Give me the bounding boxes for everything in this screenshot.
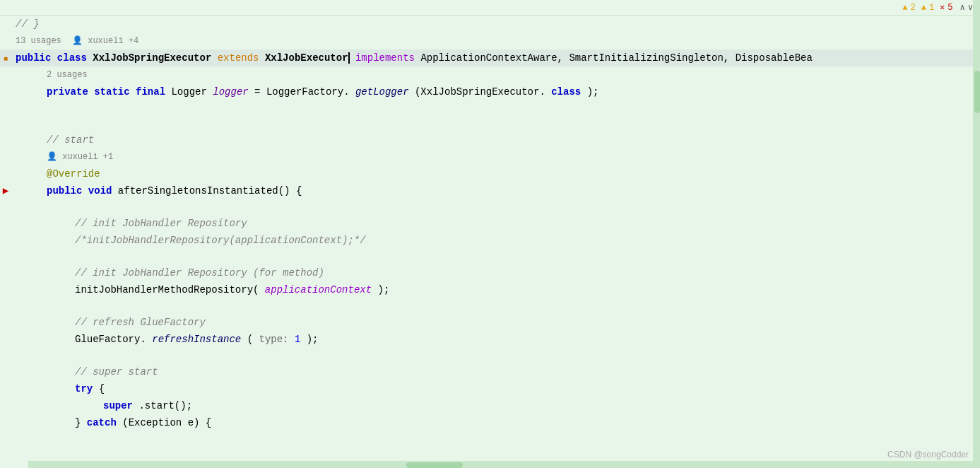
gutter-icon-bookmark: ■: [0, 55, 11, 63]
code-token: (: [247, 334, 259, 345]
code-token: GlueFactory.: [75, 334, 146, 345]
code-token: @Override: [47, 168, 100, 180]
line-content-meta2: 2 usages: [11, 67, 980, 83]
code-line-meta-xuxueli: 👤 xuxueli +1: [0, 148, 980, 165]
code-token: Executor: [300, 52, 349, 64]
gutter-icon-run[interactable]: ▶: [0, 185, 11, 197]
editor-container: ▲ 2 ▲ 1 ✕ 5 ∧ ∨ // } 13 usages 👤 xuxueli…: [0, 0, 980, 468]
line-content-class: public class XxlJobSpringExecutor extend…: [11, 50, 980, 66]
code-line-super-start: super .start();: [0, 397, 980, 414]
code-token: XxlJob: [265, 52, 300, 64]
warning-icon: ▲: [902, 3, 907, 13]
author-hint: 👤 xuxueli +4: [72, 36, 138, 46]
error-icon: ▲: [921, 3, 926, 13]
watermark-text: CSDN @songCodder: [887, 450, 969, 460]
code-token: /*initJobHandlerRepository(applicationCo…: [75, 235, 366, 246]
code-line-empty-6: [0, 348, 980, 363]
code-line-empty-1: [0, 100, 980, 116]
code-token: );: [307, 334, 319, 345]
code-line-glue-factory: GlueFactory. refreshInstance ( type: 1 )…: [0, 331, 980, 348]
code-line-empty-2: [0, 116, 980, 131]
code-token: implements: [355, 52, 415, 64]
code-line-init-method: initJobHandlerMethodRepository( applicat…: [0, 281, 980, 298]
watermark: CSDN @songCodder: [887, 450, 969, 460]
code-token: super: [103, 400, 133, 411]
code-token: refreshInstance: [152, 334, 241, 345]
code-line-empty-3: [0, 199, 980, 215]
code-line-comment-glue: // refresh GlueFactory: [0, 314, 980, 331]
line-content-method: public void afterSingletonsInstantiated(…: [11, 183, 980, 199]
run-icon[interactable]: ▶: [3, 185, 8, 197]
line-content-logger: private static final Logger logger = Log…: [11, 84, 980, 100]
info-count: 5: [947, 3, 952, 13]
code-token: // init JobHandler Repository (for metho…: [75, 267, 324, 279]
info-icon: ✕: [940, 2, 945, 13]
code-token: applicationContext: [265, 284, 372, 296]
line-content-glue: GlueFactory. refreshInstance ( type: 1 )…: [11, 332, 980, 347]
code-line-meta-usages: 13 usages 👤 xuxueli +4: [0, 33, 980, 49]
code-line-empty-5: [0, 298, 980, 314]
code-line-logger: private static final Logger logger = Log…: [0, 83, 980, 100]
line-content-super-comment: // super start: [11, 364, 980, 380]
code-line-class-def: ■ public class XxlJobSpringExecutor exte…: [0, 49, 980, 66]
line-content-1: // }: [11, 16, 980, 32]
line-content-comment-init: // init JobHandler Repository: [11, 216, 980, 231]
code-token: class: [57, 52, 87, 64]
code-token: try: [75, 383, 93, 394]
code-token: ApplicationContextAware, SmartInitializi…: [420, 52, 813, 64]
line-content-try: try {: [11, 381, 980, 397]
line-content-comment-method: // init JobHandler Repository (for metho…: [11, 265, 980, 281]
warning-count: 2: [910, 3, 915, 13]
line-content-override: @Override: [11, 166, 980, 182]
code-token: // start: [47, 134, 94, 146]
scrollbar-thumb-h[interactable]: [406, 462, 463, 468]
bookmark-icon: ■: [4, 55, 8, 63]
code-token: type:: [259, 334, 288, 345]
code-line-comment-super: // super start: [0, 363, 980, 380]
code-token: private: [47, 86, 88, 98]
code-token: 1: [295, 334, 300, 345]
code-area: // } 13 usages 👤 xuxueli +4 ■ public cla…: [0, 16, 980, 468]
code-line-empty-4: [0, 249, 980, 264]
line-content-init-method: initJobHandlerMethodRepository( applicat…: [11, 282, 980, 298]
code-line-method-def: ▶ public void afterSingletonsInstantiate…: [0, 182, 980, 199]
code-token: static: [94, 86, 129, 98]
code-token: initJobHandlerMethodRepository(: [75, 284, 259, 296]
code-token: // }: [16, 18, 40, 30]
author-xuxueli: 👤 xuxueli +1: [47, 152, 113, 162]
line-content-meta3: 👤 xuxueli +1: [11, 149, 980, 165]
code-token: .start();: [138, 400, 192, 411]
code-line-start-comment: // start: [0, 131, 980, 148]
code-line-1: // }: [0, 16, 980, 33]
code-token: {: [99, 383, 105, 394]
line-content-meta: 13 usages 👤 xuxueli +4: [11, 33, 980, 49]
code-line-comment-block: /*initJobHandlerRepository(applicationCo…: [0, 232, 980, 249]
chevron-down-icon[interactable]: ∨: [968, 2, 973, 13]
vertical-scrollbar[interactable]: [973, 0, 980, 468]
code-token: }: [75, 417, 87, 428]
line-content-start: // start: [11, 132, 980, 148]
code-line-comment-method: // init JobHandler Repository (for metho…: [0, 264, 980, 281]
code-token: final: [136, 86, 165, 98]
code-line-meta-2usages: 2 usages: [0, 66, 980, 83]
line-content-catch: } catch (Exception e) {: [11, 415, 980, 431]
code-line-try: try {: [0, 380, 980, 397]
code-token: (Exception e) {: [122, 417, 211, 428]
scrollbar-thumb-v[interactable]: [974, 71, 980, 113]
code-token: void: [88, 185, 112, 197]
line-content-super-start: super .start();: [11, 398, 980, 414]
code-token: );: [378, 284, 390, 296]
code-token: logger: [213, 86, 248, 98]
code-line-comment-init: // init JobHandler Repository: [0, 215, 980, 232]
error-count: 1: [929, 3, 934, 13]
code-line-catch: } catch (Exception e) {: [0, 414, 980, 431]
code-token: // super start: [75, 366, 158, 378]
chevron-up-icon[interactable]: ∧: [960, 2, 965, 13]
code-token: public: [16, 52, 51, 64]
usage-count: 13 usages: [16, 36, 61, 46]
code-line-override: @Override: [0, 165, 980, 182]
usage-count-2: 2 usages: [47, 70, 88, 80]
code-token: // init JobHandler Repository: [75, 218, 247, 229]
line-content-comment-block: /*initJobHandlerRepository(applicationCo…: [11, 233, 980, 248]
horizontal-scrollbar[interactable]: [28, 461, 973, 468]
